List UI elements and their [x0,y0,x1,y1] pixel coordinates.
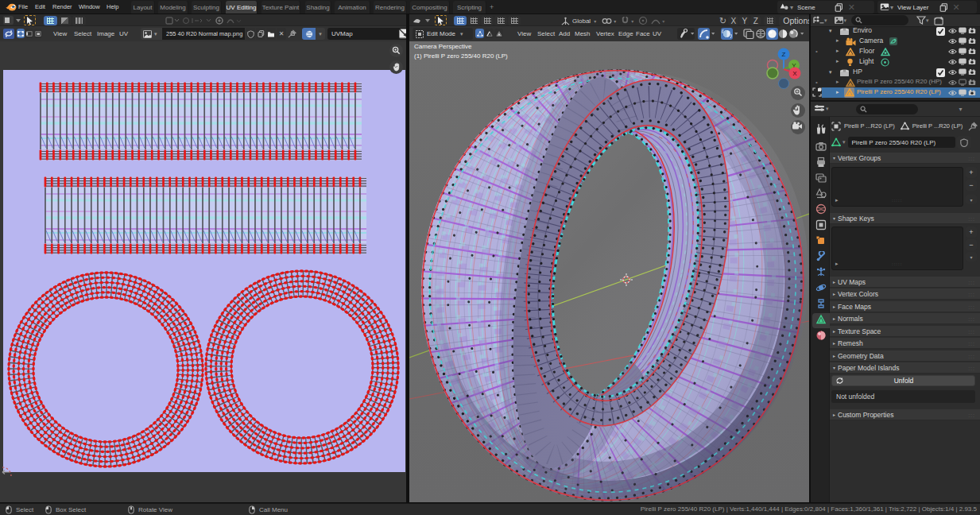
svg-text:Camera Perspective: Camera Perspective [414,43,472,50]
svg-text:X: X [792,70,797,77]
svg-text:(1) Pirelli P zero 255/40 R20: (1) Pirelli P zero 255/40 R20 (LP) [414,52,508,60]
svg-text:Z: Z [782,51,786,58]
